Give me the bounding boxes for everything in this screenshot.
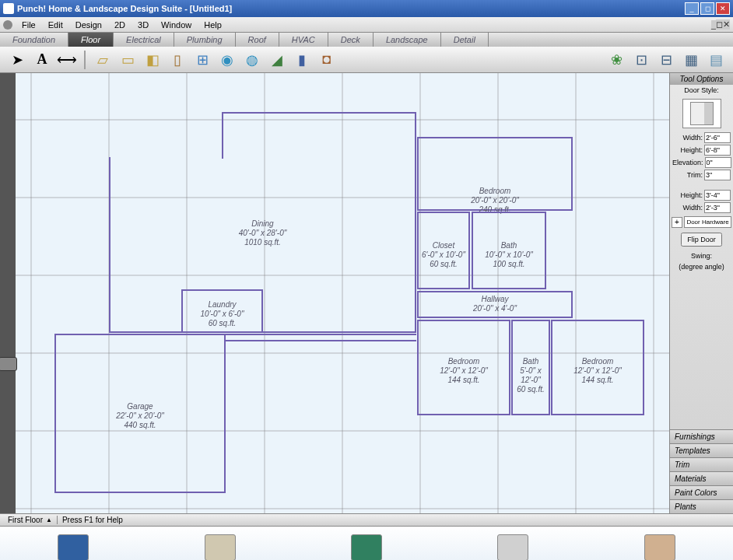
room-bath2-dim: 5'-0" x 12'-0" <box>513 366 549 385</box>
fireplace-tool[interactable]: ◘ <box>316 49 338 71</box>
menu-help[interactable]: Help <box>198 19 228 31</box>
menu-bar: File Edit Design 2D 3D Window Help _ ◻ ✕ <box>0 17 733 33</box>
stairs-tool[interactable]: ◢ <box>266 49 288 71</box>
side-tab-furnishings[interactable]: Furnishings <box>670 429 733 443</box>
room-dining-dim: 40'-0" x 28'-0" <box>110 229 415 238</box>
door-style-label: Door Style: <box>670 85 733 96</box>
tab-hvac[interactable]: HVAC <box>279 33 328 47</box>
trim-label: Trim: <box>672 171 704 179</box>
tab-floor[interactable]: Floor <box>68 33 114 47</box>
room-laundry[interactable]: Laundry 10'-0" x 6'-0" 60 sq.ft. <box>181 289 263 333</box>
side-tab-plants[interactable]: Plants <box>670 499 733 513</box>
room-bedroom2-area: 144 sq.ft. <box>419 376 509 385</box>
room-bedroom3-name: Bedroom <box>552 357 643 366</box>
width2-input[interactable] <box>704 202 731 213</box>
room-laundry-name: Laundry <box>183 300 261 310</box>
height-label: Height: <box>672 146 704 154</box>
canvas-area[interactable]: Dining 40'-0" x 28'-0" 1010 sq.ft. Laund… <box>0 73 669 513</box>
tab-landscape[interactable]: Landscape <box>374 33 441 47</box>
room-bath1-area: 100 sq.ft. <box>473 260 545 269</box>
room-dining-area: 1010 sq.ft. <box>110 238 415 247</box>
door-hardware-button[interactable]: + Door Hardware <box>672 216 731 228</box>
app-small-icon <box>3 20 12 30</box>
room-garage-name: Garage <box>56 402 224 411</box>
room-garage[interactable]: Garage 22'-0" x 20'-0" 440 sq.ft. <box>54 334 226 493</box>
room-bath1[interactable]: Bath 10'-0" x 10'-0" 100 sq.ft. <box>472 212 546 289</box>
view-3d-tool[interactable]: ⊟ <box>655 49 677 71</box>
bottom-support[interactable] <box>146 527 293 560</box>
door-style-swatch[interactable] <box>682 99 721 128</box>
elevation-input[interactable] <box>705 157 731 168</box>
room-hallway-name: Hallway <box>419 295 571 304</box>
ruler-handle[interactable] <box>0 357 17 371</box>
dimension-tool[interactable]: ⟷ <box>56 49 78 71</box>
room-bedroom2[interactable]: Bedroom 12'-0" x 12'-0" 144 sq.ft. <box>417 320 510 415</box>
menu-2d[interactable]: 2D <box>108 19 132 31</box>
room-bedroom3[interactable]: Bedroom 12'-0" x 12'-0" 144 sq.ft. <box>551 320 644 415</box>
height2-input[interactable] <box>704 190 731 201</box>
easel-icon <box>497 534 528 561</box>
menu-edit[interactable]: Edit <box>42 19 69 31</box>
wall-tool[interactable]: ▱ <box>92 49 114 71</box>
worker-icon <box>644 534 675 561</box>
menu-file[interactable]: File <box>16 19 42 31</box>
trim-input[interactable] <box>704 170 731 180</box>
door-tool[interactable]: ▯ <box>167 49 188 71</box>
height2-label: Height: <box>672 191 704 199</box>
tab-electrical[interactable]: Electrical <box>114 33 174 47</box>
minimize-button[interactable]: _ <box>685 2 699 15</box>
width2-label: Width: <box>672 204 704 212</box>
water-tool[interactable]: ◉ <box>216 49 238 71</box>
status-help: Press F1 for Help <box>58 516 128 524</box>
maximize-button[interactable]: ◻ <box>700 2 714 15</box>
side-tab-paint[interactable]: Paint Colors <box>670 485 733 499</box>
close-button[interactable]: ✕ <box>716 2 730 15</box>
menu-design[interactable]: Design <box>69 19 108 31</box>
vertical-ruler <box>0 73 16 513</box>
room-bedroom1-name: Bedroom <box>419 187 571 196</box>
bottom-shop[interactable] <box>293 527 440 560</box>
floor-tool[interactable]: ◧ <box>142 49 163 71</box>
tab-roof[interactable]: Roof <box>236 33 279 47</box>
title-bar: Punch! Home & Landscape Design Suite - [… <box>0 0 733 17</box>
room-bedroom1[interactable]: Bedroom 20'-0" x 20'-0" 240 sq.ft. <box>417 137 573 211</box>
menu-3d[interactable]: 3D <box>132 19 155 31</box>
view-2d-tool[interactable]: ⊡ <box>630 49 652 71</box>
sink-tool[interactable]: ◍ <box>241 49 263 71</box>
side-tab-materials[interactable]: Materials <box>670 471 733 485</box>
side-tab-templates[interactable]: Templates <box>670 443 733 457</box>
site-tool[interactable]: ❀ <box>605 49 627 71</box>
doc-maximize-button[interactable]: ◻ <box>716 19 723 30</box>
bottom-design[interactable] <box>0 527 146 560</box>
room-tool[interactable]: ▭ <box>117 49 139 71</box>
room-hallway[interactable]: Hallway 20'-0" x 4'-0" <box>417 291 573 318</box>
view-elev-tool[interactable]: ▦ <box>680 49 702 71</box>
tab-detail[interactable]: Detail <box>441 33 489 47</box>
window-tool[interactable]: ⊞ <box>191 49 213 71</box>
height-input[interactable] <box>704 145 731 156</box>
bottom-print[interactable] <box>440 527 586 560</box>
tab-plumbing[interactable]: Plumbing <box>174 33 236 47</box>
menu-window[interactable]: Window <box>155 19 198 31</box>
text-tool[interactable]: A <box>31 49 53 71</box>
room-closet[interactable]: Closet 6'-0" x 10'-0" 60 sq.ft. <box>417 212 470 289</box>
floorplan-canvas[interactable]: Dining 40'-0" x 28'-0" 1010 sq.ft. Laund… <box>16 73 669 513</box>
view-photo-tool[interactable]: ▤ <box>705 49 727 71</box>
tool-options-panel: Tool Options Door Style: Width: Height: … <box>669 73 733 513</box>
window-title: Punch! Home & Landscape Design Suite - [… <box>17 4 683 13</box>
width-input[interactable] <box>704 132 731 143</box>
box-icon <box>351 534 382 561</box>
flip-door-button[interactable]: Flip Door <box>681 233 722 247</box>
column-tool[interactable]: ▮ <box>291 49 313 71</box>
elevation-label: Elevation: <box>672 159 705 166</box>
pointer-tool[interactable]: ➤ <box>6 49 28 71</box>
doc-close-button[interactable]: ✕ <box>723 19 730 30</box>
tab-deck[interactable]: Deck <box>328 33 374 47</box>
bottom-contractors[interactable] <box>587 527 733 560</box>
side-tab-trim[interactable]: Trim <box>670 457 733 471</box>
tab-foundation[interactable]: Foundation <box>0 33 68 47</box>
app-icon <box>3 3 14 14</box>
floor-selector[interactable]: First Floor▲ <box>3 516 58 524</box>
room-bath2[interactable]: Bath 5'-0" x 12'-0" 60 sq.ft. <box>511 320 550 415</box>
connector-1 <box>226 334 416 341</box>
